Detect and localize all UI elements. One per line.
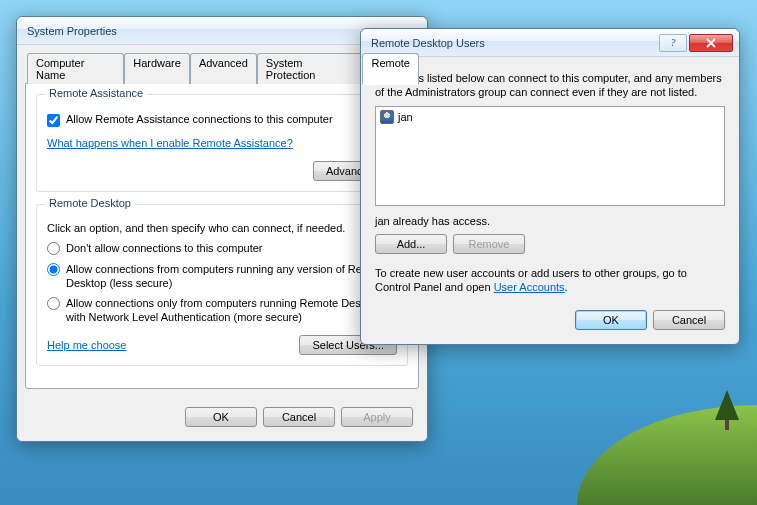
rdu-status: jan already has access. [375, 214, 725, 228]
remote-desktop-title: Remote Desktop [45, 197, 135, 209]
rdu-user-list[interactable]: jan [375, 106, 725, 206]
tab-computer-name[interactable]: Computer Name [27, 53, 124, 84]
rd-option-2-label: Allow connections only from computers ru… [66, 296, 397, 325]
remote-assistance-group: Remote Assistance Allow Remote Assistanc… [36, 94, 408, 192]
rdu-instruction: The users listed below can connect to th… [375, 71, 725, 100]
sp-apply-button[interactable]: Apply [341, 407, 413, 427]
rdu-user-name: jan [398, 111, 413, 123]
remote-assistance-learn-link[interactable]: What happens when I enable Remote Assist… [47, 137, 293, 149]
rd-option-1-label: Allow connections from computers running… [66, 262, 397, 291]
list-item[interactable]: jan [378, 109, 722, 125]
sp-ok-button[interactable]: OK [185, 407, 257, 427]
tab-advanced[interactable]: Advanced [190, 53, 257, 84]
remote-desktop-instruction: Click an option, and then specify who ca… [47, 221, 397, 235]
user-accounts-link[interactable]: User Accounts [494, 281, 565, 293]
rd-option-0-radio[interactable] [47, 242, 60, 255]
allow-remote-assistance-label: Allow Remote Assistance connections to t… [66, 113, 333, 125]
close-icon[interactable] [689, 34, 733, 52]
remove-user-button[interactable]: Remove [453, 234, 525, 254]
rdu-ok-button[interactable]: OK [575, 310, 647, 330]
remote-desktop-group: Remote Desktop Click an option, and then… [36, 204, 408, 366]
allow-remote-assistance-checkbox[interactable] [47, 114, 60, 127]
desktop-tree [715, 390, 739, 430]
help-me-choose-link[interactable]: Help me choose [47, 339, 127, 351]
rd-option-2-radio[interactable] [47, 297, 60, 310]
tab-system-protection[interactable]: System Protection [257, 53, 363, 84]
user-icon [380, 110, 394, 124]
rd-option-1-radio[interactable] [47, 263, 60, 276]
sp-cancel-button[interactable]: Cancel [263, 407, 335, 427]
remote-assistance-title: Remote Assistance [45, 87, 147, 99]
rd-option-0-label: Don't allow connections to this computer [66, 241, 263, 255]
tab-remote[interactable]: Remote [362, 53, 419, 85]
add-user-button[interactable]: Add... [375, 234, 447, 254]
rdu-cancel-button[interactable]: Cancel [653, 310, 725, 330]
rdu-title: Remote Desktop Users [371, 37, 659, 49]
tab-hardware[interactable]: Hardware [124, 53, 190, 84]
system-properties-footer: OK Cancel Apply [17, 397, 427, 441]
rdu-footer: OK Cancel [361, 300, 739, 344]
rdu-create-text: To create new user accounts or add users… [375, 266, 725, 295]
help-icon[interactable]: ? [659, 34, 687, 52]
